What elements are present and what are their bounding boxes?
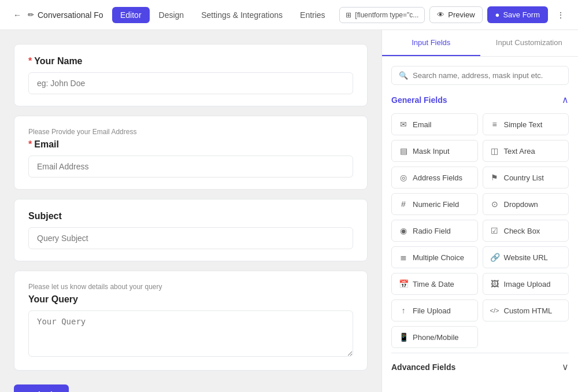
field-item-country-list[interactable]: ⚑ Country List (483, 167, 569, 188)
field-item-image-upload[interactable]: 🖼 Image Upload (483, 273, 569, 295)
form-editor-panel: * Your Name Please Provide your Email Ad… (0, 30, 381, 392)
numeric-field-icon: # (399, 199, 408, 209)
advanced-fields-toggle[interactable]: ∨ (562, 361, 569, 372)
field-item-simple-text[interactable]: ≡ Simple Text (483, 113, 569, 135)
shortcode-button[interactable]: ⊞ [fluentform type="c... (339, 7, 425, 23)
query-field-card[interactable]: Please let us know details about your qu… (14, 271, 368, 371)
input-fields-panel: Input Fields Input Customization 🔍 Gener… (381, 30, 578, 392)
field-item-time-date[interactable]: 📅 Time & Date (391, 273, 478, 295)
simple-text-icon: ≡ (490, 120, 499, 129)
save-form-button[interactable]: ● Save Form (487, 6, 548, 23)
dropdown-icon: ⊙ (490, 199, 499, 209)
preview-button[interactable]: 👁 Preview (429, 6, 482, 23)
nav-actions: ⊞ [fluentform type="c... 👁 Preview ● Sav… (339, 6, 569, 23)
website-url-icon: 🔗 (490, 253, 499, 262)
country-list-icon: ⚑ (490, 173, 499, 182)
field-item-dropdown[interactable]: ⊙ Dropdown (483, 193, 569, 215)
name-field-card[interactable]: * Your Name (14, 44, 368, 106)
field-item-numeric-field[interactable]: # Numeric Field (391, 193, 478, 215)
address-fields-icon: ◎ (399, 173, 408, 182)
tab-settings[interactable]: Settings & Integrations (193, 7, 291, 23)
main-layout: * Your Name Please Provide your Email Ad… (0, 30, 578, 392)
email-input[interactable] (28, 156, 353, 177)
more-icon: ⋮ (557, 10, 565, 20)
subject-input[interactable] (28, 227, 353, 249)
general-fields-toggle[interactable]: ∧ (562, 94, 569, 105)
save-icon: ● (495, 10, 500, 19)
tab-editor[interactable]: Editor (112, 7, 150, 23)
search-input[interactable] (413, 71, 561, 80)
back-button[interactable]: ← (9, 7, 25, 23)
query-field-label: Your Query (28, 294, 353, 305)
fields-grid: ✉ Email ≡ Simple Text ▤ Mask Input ◫ Tex… (391, 113, 569, 348)
more-options-button[interactable]: ⋮ (553, 7, 569, 23)
field-item-multiple-choice[interactable]: ≣ Multiple Choice (391, 246, 478, 268)
field-item-radio-field[interactable]: ◉ Radio Field (391, 220, 478, 242)
phone-mobile-icon: 📱 (399, 332, 408, 342)
top-navbar: ← ✏ Conversational Form... Editor Design… (0, 0, 578, 30)
advanced-fields-title: Advanced Fields (391, 363, 455, 372)
field-item-website-url[interactable]: 🔗 Website URL (483, 246, 569, 268)
tab-input-fields[interactable]: Input Fields (382, 30, 480, 56)
query-sublabel: Please let us know details about your qu… (28, 283, 353, 291)
eye-icon: 👁 (437, 10, 444, 19)
custom-html-icon: </> (490, 307, 499, 314)
email-sublabel: Please Provide your Email Address (28, 128, 353, 136)
right-panel-content: 🔍 General Fields ∧ ✉ Email ≡ Simple Text (382, 57, 578, 392)
field-item-mask-input[interactable]: ▤ Mask Input (391, 140, 478, 162)
nav-tabs: Editor Design Settings & Integrations En… (112, 7, 334, 23)
field-item-address-fields[interactable]: ◎ Address Fields (391, 167, 478, 188)
back-icon: ← (13, 10, 21, 20)
name-field-label: * Your Name (28, 56, 353, 66)
name-input[interactable] (28, 72, 353, 94)
field-item-text-area[interactable]: ◫ Text Area (483, 140, 569, 162)
email-field-icon: ✉ (399, 120, 408, 129)
radio-field-icon: ◉ (399, 226, 408, 235)
text-area-icon: ◫ (490, 146, 499, 156)
file-upload-icon: ↑ (399, 306, 408, 315)
email-field-label: * Email (28, 139, 353, 150)
subject-field-card[interactable]: Subject (14, 199, 368, 261)
required-indicator: * (28, 139, 32, 150)
general-fields-title: General Fields (391, 95, 447, 105)
field-item-check-box[interactable]: ☑ Check Box (483, 220, 569, 242)
email-field-card[interactable]: Please Provide your Email Address * Emai… (14, 116, 368, 190)
field-item-file-upload[interactable]: ↑ File Upload (391, 299, 478, 321)
shortcode-icon: ⊞ (346, 11, 351, 19)
field-item-phone-mobile[interactable]: 📱 Phone/Mobile (391, 326, 478, 348)
advanced-fields-section: Advanced Fields ∨ (391, 353, 569, 375)
subject-field-label: Subject (28, 211, 353, 221)
edit-icon: ✏ (28, 10, 34, 19)
check-box-icon: ☑ (490, 226, 499, 235)
tab-input-customization[interactable]: Input Customization (480, 30, 579, 56)
tab-entries[interactable]: Entries (292, 7, 334, 23)
submit-button[interactable]: Submit (14, 384, 69, 392)
multiple-choice-icon: ≣ (399, 253, 408, 262)
query-textarea[interactable] (28, 310, 353, 357)
fields-search-box[interactable]: 🔍 (391, 66, 569, 85)
mask-input-icon: ▤ (399, 146, 408, 156)
time-date-icon: 📅 (399, 279, 408, 289)
tab-design[interactable]: Design (151, 7, 192, 23)
field-item-email[interactable]: ✉ Email (391, 113, 478, 135)
image-upload-icon: 🖼 (490, 279, 499, 289)
right-panel-tabs: Input Fields Input Customization (382, 30, 578, 57)
form-title: ✏ Conversational Form... (28, 10, 103, 20)
field-item-custom-html[interactable]: </> Custom HTML (483, 299, 569, 321)
search-icon: 🔍 (399, 71, 408, 80)
general-fields-header: General Fields ∧ (391, 94, 569, 105)
required-indicator: * (28, 56, 32, 66)
